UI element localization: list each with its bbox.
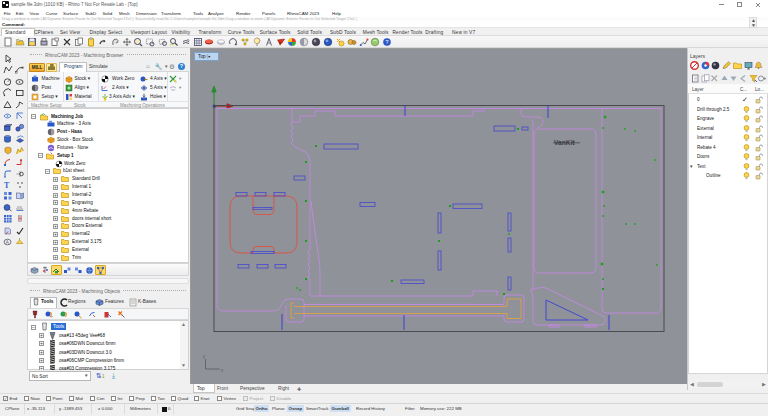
- svg-text:x: x: [221, 368, 224, 373]
- svg-text:A: A: [6, 239, 10, 245]
- svg-text:y: y: [203, 354, 206, 359]
- svg-text:T: T: [4, 181, 10, 190]
